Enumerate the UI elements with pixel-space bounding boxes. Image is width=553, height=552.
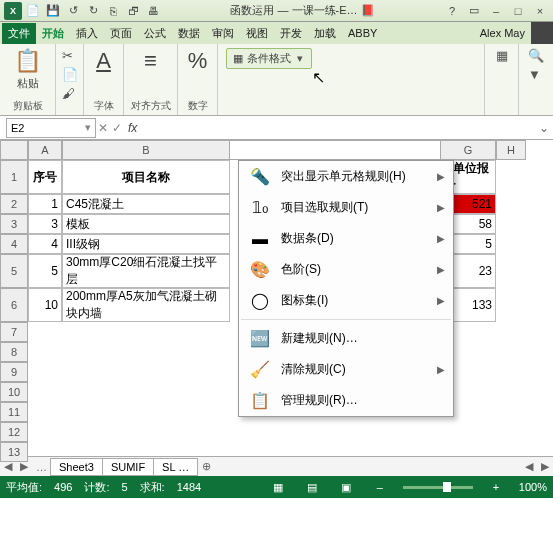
menu-highlight-rules[interactable]: 🔦突出显示单元格规则(H)▶ bbox=[239, 161, 453, 192]
fx-icon[interactable]: fx bbox=[128, 121, 137, 135]
tab-formula[interactable]: 公式 bbox=[138, 23, 172, 44]
tab-view[interactable]: 视图 bbox=[240, 23, 274, 44]
formula-expand-icon[interactable]: ⌄ bbox=[539, 121, 549, 135]
row-header-13[interactable]: 13 bbox=[0, 442, 28, 462]
cell-b6[interactable]: 200mm厚A5灰加气混凝土砌块内墙 bbox=[62, 288, 230, 322]
qat-new-icon[interactable]: 📄 bbox=[24, 2, 42, 20]
qat-window-icon[interactable]: 🗗 bbox=[124, 2, 142, 20]
font-icon[interactable]: A bbox=[96, 48, 111, 74]
cell-a3[interactable]: 3 bbox=[28, 214, 62, 234]
tab-home[interactable]: 开始 bbox=[36, 23, 70, 44]
row-header-12[interactable]: 12 bbox=[0, 422, 28, 442]
cell-a5[interactable]: 5 bbox=[28, 254, 62, 288]
cell-a6[interactable]: 10 bbox=[28, 288, 62, 322]
qat-copy-icon[interactable]: ⎘ bbox=[104, 2, 122, 20]
number-group: % 数字 bbox=[178, 44, 218, 115]
col-header-g[interactable]: G bbox=[440, 140, 496, 160]
row-header-4[interactable]: 4 bbox=[0, 234, 28, 254]
menu-manage-rules[interactable]: 📋管理规则(R)… bbox=[239, 385, 453, 416]
cell-b4[interactable]: III级钢 bbox=[62, 234, 230, 254]
tab-file[interactable]: 文件 bbox=[2, 23, 36, 44]
menu-data-bars[interactable]: ▬数据条(D)▶ bbox=[239, 223, 453, 254]
help-icon[interactable]: ? bbox=[443, 2, 461, 20]
zoom-out-icon[interactable]: – bbox=[369, 481, 391, 493]
cell-b3[interactable]: 模板 bbox=[62, 214, 230, 234]
zoom-in-icon[interactable]: + bbox=[485, 481, 507, 493]
view-normal-icon[interactable]: ▦ bbox=[267, 481, 289, 494]
font-group: A 字体 bbox=[84, 44, 124, 115]
row-header-3[interactable]: 3 bbox=[0, 214, 28, 234]
cell-b2[interactable]: C45混凝土 bbox=[62, 194, 230, 214]
user-name[interactable]: Alex May bbox=[474, 24, 531, 42]
align-icon[interactable]: ≡ bbox=[144, 48, 157, 74]
find-icon[interactable]: 🔍 bbox=[528, 48, 544, 63]
row-header-8[interactable]: 8 bbox=[0, 342, 28, 362]
fx-cancel-icon[interactable]: ✕ bbox=[98, 121, 108, 135]
tab-review[interactable]: 审阅 bbox=[206, 23, 240, 44]
worksheet-grid[interactable]: A B G H 1 2 3 4 5 6 7 8 9 10 11 12 13 序号… bbox=[0, 140, 553, 456]
cell-a2[interactable]: 1 bbox=[28, 194, 62, 214]
row-header-10[interactable]: 10 bbox=[0, 382, 28, 402]
cell-b1[interactable]: 项目名称 bbox=[62, 160, 230, 194]
tab-addin[interactable]: 加载 bbox=[308, 23, 342, 44]
avatar[interactable] bbox=[531, 22, 553, 44]
maximize-icon[interactable]: □ bbox=[509, 2, 527, 20]
tab-data[interactable]: 数据 bbox=[172, 23, 206, 44]
qat-save-icon[interactable]: 💾 bbox=[44, 2, 62, 20]
col-header-a[interactable]: A bbox=[28, 140, 62, 160]
chevron-down-icon[interactable]: ▾ bbox=[85, 121, 91, 134]
minimize-icon[interactable]: – bbox=[487, 2, 505, 20]
ribbon-toggle-icon[interactable]: ▭ bbox=[465, 2, 483, 20]
select-all-corner[interactable] bbox=[0, 140, 28, 160]
paste-icon[interactable]: 📋 bbox=[14, 48, 41, 74]
zoom-slider[interactable] bbox=[403, 486, 473, 489]
tab-page[interactable]: 页面 bbox=[104, 23, 138, 44]
number-icon[interactable]: % bbox=[188, 48, 208, 74]
qat-print-icon[interactable]: 🖶 bbox=[144, 2, 162, 20]
menu-new-rule[interactable]: 🆕新建规则(N)… bbox=[239, 323, 453, 354]
cell-a1[interactable]: 序号 bbox=[28, 160, 62, 194]
menu-label: 图标集(I) bbox=[281, 292, 328, 309]
col-header-h[interactable]: H bbox=[496, 140, 526, 160]
cut-icon[interactable]: ✂ bbox=[62, 48, 78, 63]
align-group-label: 对齐方式 bbox=[131, 99, 171, 113]
row-header-2[interactable]: 2 bbox=[0, 194, 28, 214]
col-header-b[interactable]: B bbox=[62, 140, 230, 160]
qat-redo-icon[interactable]: ↻ bbox=[84, 2, 102, 20]
close-icon[interactable]: × bbox=[531, 2, 549, 20]
qat-undo-icon[interactable]: ↺ bbox=[64, 2, 82, 20]
zoom-thumb[interactable] bbox=[443, 482, 451, 492]
col-header-gap bbox=[230, 140, 440, 160]
chevron-down-icon[interactable]: ▾ bbox=[295, 52, 305, 65]
copy-icon[interactable]: 📄 bbox=[62, 67, 78, 82]
conditional-format-button[interactable]: ▦ 条件格式 ▾ bbox=[226, 48, 312, 69]
menu-icon-sets[interactable]: ◯图标集(I)▶ bbox=[239, 285, 453, 316]
cf-icon: ▦ bbox=[233, 52, 243, 65]
tab-abby[interactable]: ABBY bbox=[342, 24, 383, 42]
menu-color-scales[interactable]: 🎨色阶(S)▶ bbox=[239, 254, 453, 285]
row-header-11[interactable]: 11 bbox=[0, 402, 28, 422]
filter-icon[interactable]: ▼ bbox=[528, 67, 544, 82]
zoom-value[interactable]: 100% bbox=[519, 481, 547, 493]
number-group-label: 数字 bbox=[188, 99, 208, 113]
fx-confirm-icon[interactable]: ✓ bbox=[112, 121, 122, 135]
cell-a4[interactable]: 4 bbox=[28, 234, 62, 254]
menu-top-bottom-rules[interactable]: 𝟙₀项目选取规则(T)▶ bbox=[239, 192, 453, 223]
view-pagebreak-icon[interactable]: ▣ bbox=[335, 481, 357, 494]
name-box[interactable]: E2▾ bbox=[6, 118, 96, 138]
menu-clear-rules[interactable]: 🧹清除规则(C)▶ bbox=[239, 354, 453, 385]
sheet-nav-more-icon[interactable]: … bbox=[32, 461, 51, 473]
view-pagelayout-icon[interactable]: ▤ bbox=[301, 481, 323, 494]
row-header-1[interactable]: 1 bbox=[0, 160, 28, 194]
row-header-6[interactable]: 6 bbox=[0, 288, 28, 322]
row-header-9[interactable]: 9 bbox=[0, 362, 28, 382]
formula-bar: E2▾ ✕ ✓ fx ⌄ bbox=[0, 116, 553, 140]
menu-label: 数据条(D) bbox=[281, 230, 334, 247]
row-header-7[interactable]: 7 bbox=[0, 322, 28, 342]
cell-b5[interactable]: 30mm厚C20细石混凝土找平层 bbox=[62, 254, 230, 288]
insert-cells-icon[interactable]: ▦ bbox=[496, 48, 508, 63]
brush-icon[interactable]: 🖌 bbox=[62, 86, 78, 101]
row-header-5[interactable]: 5 bbox=[0, 254, 28, 288]
tab-dev[interactable]: 开发 bbox=[274, 23, 308, 44]
tab-insert[interactable]: 插入 bbox=[70, 23, 104, 44]
